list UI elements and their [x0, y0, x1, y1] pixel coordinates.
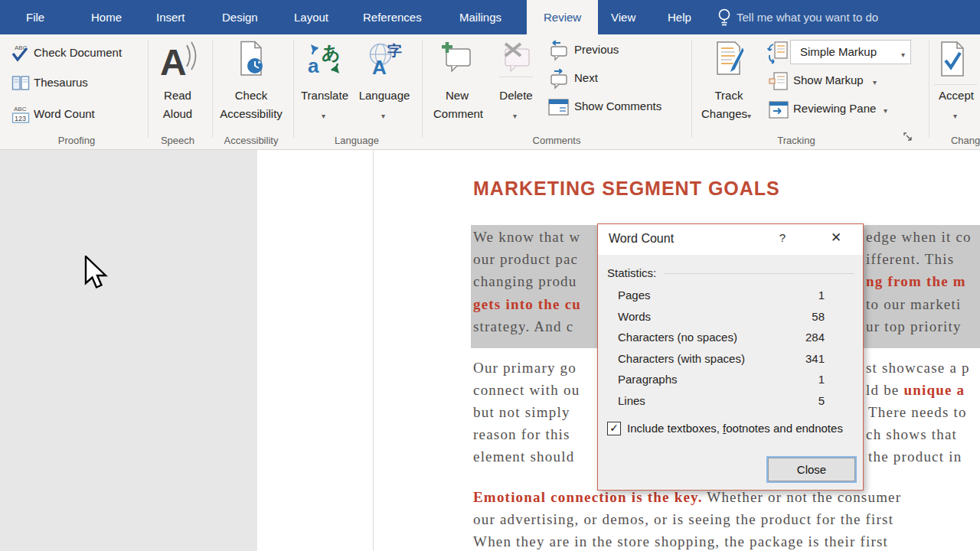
accept-label: Accept [933, 89, 980, 102]
word-count-label: Word Count [34, 107, 95, 120]
tab-insert[interactable]: Insert [145, 0, 196, 34]
tab-layout[interactable]: Layout [283, 0, 339, 34]
doc-line: changing produ [473, 272, 577, 291]
doc-line: When they are in the store shopping, the… [473, 533, 888, 551]
track-changes-icon [714, 41, 746, 80]
doc-line: ifferent. This [866, 250, 954, 269]
ribbon-review: ABC Check Document Thesaurus [0, 34, 980, 150]
include-textboxes-label: Include textboxes, footnotes and endnote… [627, 422, 843, 435]
read-aloud-icon: A [159, 41, 198, 83]
language-icon: 字 A [368, 42, 403, 76]
delete-comment-button[interactable]: Delete [493, 41, 539, 126]
language-button[interactable]: 字 A Language [358, 41, 410, 126]
group-label-speech: Speech [161, 135, 194, 146]
thesaurus-button[interactable]: Thesaurus [8, 73, 144, 96]
stat-value-pages: 1 [818, 289, 825, 302]
svg-text:字: 字 [387, 42, 402, 59]
doc-line: to our marketi [866, 295, 961, 314]
show-markup-label: Show Markup [793, 73, 864, 86]
track-changes-button[interactable]: Track Changes [704, 41, 753, 126]
tab-help[interactable]: Help [657, 0, 702, 34]
reviewing-pane-icon [769, 101, 789, 119]
new-comment-button[interactable]: New Comment [433, 41, 481, 126]
doc-line: st showcase a p [866, 359, 970, 377]
svg-text:A: A [372, 56, 387, 76]
stat-value-chars-with-spaces: 341 [805, 352, 825, 365]
tab-home[interactable]: Home [80, 0, 132, 34]
check-document-button[interactable]: ABC Check Document [8, 42, 144, 67]
read-aloud-label-1: Read [153, 89, 202, 102]
doc-line: We know that w [473, 228, 580, 246]
tab-view[interactable]: View [600, 0, 646, 34]
previous-label: Previous [574, 43, 619, 56]
accept-icon [939, 41, 966, 79]
close-button[interactable]: Close [768, 458, 855, 481]
delete-dropdown-arrow-icon [513, 108, 517, 122]
dialog-title: Word Count [609, 232, 674, 246]
display-for-review-combo[interactable]: Simple Markup [767, 40, 914, 66]
reviewing-pane-label: Reviewing Pane [793, 102, 876, 115]
tab-design[interactable]: Design [211, 0, 269, 34]
translate-button[interactable]: a あ Translate [300, 41, 349, 126]
tell-me-search[interactable]: Tell me what you want to do [737, 0, 878, 34]
reviewing-pane-dropdown-arrow-icon [884, 103, 887, 116]
doc-line: element should [473, 448, 574, 466]
include-textboxes-checkbox[interactable]: ✓ [607, 422, 621, 435]
simple-markup-select[interactable]: Simple Markup [790, 40, 911, 64]
dialog-close-icon[interactable]: ✕ [825, 230, 848, 249]
stat-value-paragraphs: 1 [818, 373, 825, 386]
group-divider [929, 40, 929, 138]
doc-line: Our primary go [473, 359, 577, 377]
tab-references[interactable]: References [352, 0, 433, 34]
show-comments-label: Show Comments [574, 99, 662, 112]
group-label-comments: Comments [533, 135, 581, 146]
next-comment-button[interactable]: Next [545, 69, 688, 92]
reviewing-pane-button[interactable]: Reviewing Pane [767, 99, 914, 122]
ribbon-tab-bar: File Home Insert Design Layout Reference… [0, 0, 980, 34]
svg-text:A: A [160, 42, 187, 83]
group-divider [691, 40, 692, 138]
show-markup-button[interactable]: Show Markup [767, 70, 914, 93]
show-markup-icon [769, 72, 789, 92]
accept-button[interactable]: Accept [933, 41, 980, 126]
tab-review[interactable]: Review [527, 0, 598, 34]
stat-label-chars-with-spaces: Characters (with spaces) [618, 352, 745, 365]
delete-label: Delete [493, 89, 539, 102]
simple-markup-icon [767, 41, 789, 64]
document-heading: MARKETING SEGMENT GOALS [473, 178, 780, 200]
tab-file[interactable]: File [15, 0, 55, 34]
simple-markup-dropdown-arrow-icon [901, 47, 905, 60]
next-label: Next [574, 71, 598, 84]
doc-line: ur top priority [866, 318, 962, 336]
next-comment-icon [548, 69, 571, 90]
mouse-cursor [84, 256, 110, 291]
previous-comment-button[interactable]: Previous [545, 41, 688, 64]
svg-text:ABC: ABC [14, 106, 27, 112]
group-label-accessibility: Accessibility [224, 135, 279, 146]
read-aloud-button[interactable]: A Read Aloud [153, 41, 202, 126]
doc-line: but not simply [473, 403, 570, 422]
track-changes-dropdown-arrow-icon [747, 108, 751, 122]
simple-markup-value: Simple Markup [800, 45, 877, 58]
doc-line: ng from the m [866, 272, 966, 291]
tab-mailings[interactable]: Mailings [449, 0, 512, 34]
previous-comment-icon [548, 41, 571, 62]
dialog-help-button[interactable]: ? [773, 231, 792, 249]
stat-label-words: Words [618, 310, 651, 323]
group-label-language: Language [335, 135, 379, 146]
tracking-dialog-launcher-icon[interactable] [903, 132, 913, 142]
language-label: Language [358, 89, 410, 102]
accept-dropdown-arrow-icon [953, 108, 957, 122]
group-label-changes: Changes [951, 135, 980, 146]
show-markup-dropdown-arrow-icon [873, 74, 877, 88]
group-label-proofing: Proofing [58, 135, 95, 146]
show-comments-button[interactable]: Show Comments [545, 97, 688, 120]
check-accessibility-button[interactable]: Check Accessibility [218, 41, 284, 126]
translate-dropdown-arrow-icon [322, 108, 325, 122]
track-changes-label-2: Changes [700, 107, 749, 120]
check-document-label: Check Document [34, 46, 122, 59]
svg-text:a: a [308, 54, 319, 76]
lightbulb-icon [717, 7, 732, 28]
doc-line: There needs to [868, 403, 967, 422]
word-count-button[interactable]: ABC 123 Word Count [8, 102, 144, 126]
